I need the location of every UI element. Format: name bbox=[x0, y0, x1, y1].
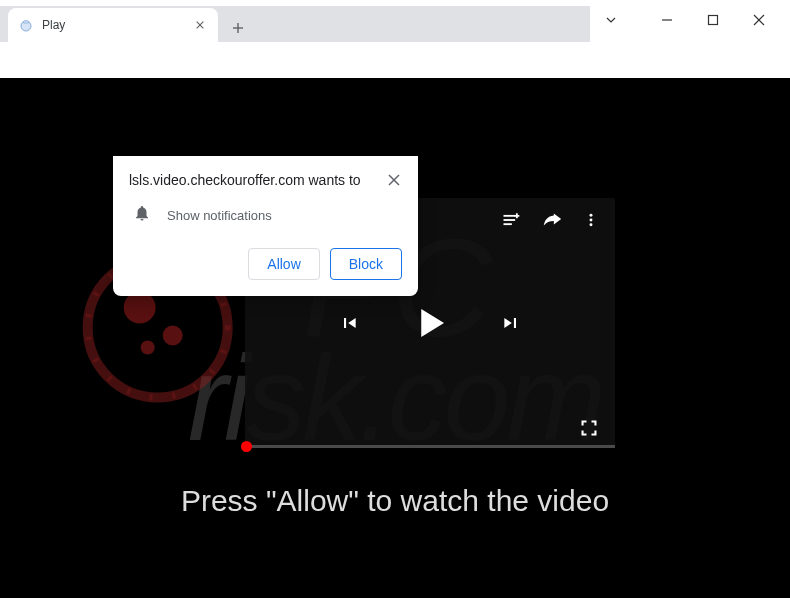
window-close-button[interactable] bbox=[736, 4, 782, 36]
svg-point-24 bbox=[590, 219, 593, 222]
svg-point-25 bbox=[590, 223, 593, 226]
instruction-text: Press "Allow" to watch the video bbox=[0, 484, 790, 518]
tab-strip: Play bbox=[0, 6, 590, 42]
permission-body: Show notifications bbox=[167, 208, 272, 223]
progress-bar[interactable] bbox=[245, 445, 615, 448]
svg-point-23 bbox=[590, 214, 593, 217]
notification-permission-dialog: lsls.video.checkouroffer.com wants to Sh… bbox=[113, 156, 418, 296]
play-button[interactable] bbox=[409, 302, 451, 344]
fullscreen-button[interactable] bbox=[579, 418, 599, 438]
new-tab-button[interactable] bbox=[224, 14, 252, 42]
allow-button[interactable]: Allow bbox=[248, 248, 319, 280]
tab-favicon-icon bbox=[18, 17, 34, 33]
window-minimize-button[interactable] bbox=[644, 4, 690, 36]
svg-point-18 bbox=[163, 326, 183, 346]
next-button[interactable] bbox=[501, 313, 521, 333]
bell-icon bbox=[133, 204, 151, 226]
share-icon[interactable] bbox=[541, 209, 563, 231]
permission-close-button[interactable] bbox=[386, 172, 402, 188]
previous-button[interactable] bbox=[339, 313, 359, 333]
progress-handle[interactable] bbox=[241, 441, 252, 452]
svg-rect-1 bbox=[709, 16, 718, 25]
browser-tab[interactable]: Play bbox=[8, 8, 218, 42]
more-icon[interactable] bbox=[583, 212, 599, 228]
page-content: PC risk.com bbox=[0, 78, 790, 598]
svg-point-17 bbox=[124, 292, 156, 324]
window-dropdown-button[interactable] bbox=[588, 4, 634, 36]
block-button[interactable]: Block bbox=[330, 248, 402, 280]
svg-point-5 bbox=[23, 21, 29, 23]
tab-title: Play bbox=[42, 18, 184, 32]
tab-close-button[interactable] bbox=[192, 17, 208, 33]
permission-title: lsls.video.checkouroffer.com wants to bbox=[129, 172, 361, 188]
svg-point-19 bbox=[141, 341, 155, 355]
window-maximize-button[interactable] bbox=[690, 4, 736, 36]
queue-icon[interactable] bbox=[501, 210, 521, 230]
